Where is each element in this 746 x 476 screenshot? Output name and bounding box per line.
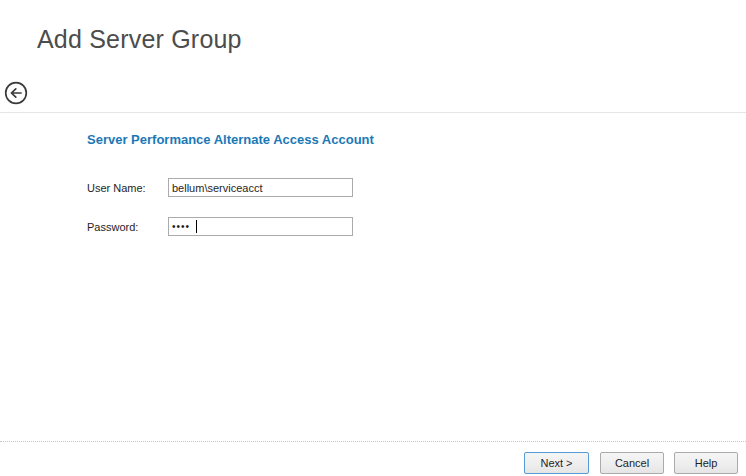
back-arrow-circle-icon xyxy=(4,81,28,105)
back-button[interactable] xyxy=(4,81,28,105)
page-title: Add Server Group xyxy=(37,25,242,54)
help-button[interactable]: Help xyxy=(674,452,738,474)
username-label: User Name: xyxy=(87,182,146,194)
footer-divider xyxy=(0,441,746,442)
next-button[interactable]: Next > xyxy=(524,452,589,474)
text-caret xyxy=(196,220,197,233)
add-server-group-wizard: Add Server Group Server Performance Alte… xyxy=(0,0,746,476)
username-input[interactable] xyxy=(168,178,353,197)
section-heading: Server Performance Alternate Access Acco… xyxy=(87,132,374,147)
header-divider xyxy=(0,112,746,113)
cancel-button[interactable]: Cancel xyxy=(600,452,664,474)
password-label: Password: xyxy=(87,221,138,233)
